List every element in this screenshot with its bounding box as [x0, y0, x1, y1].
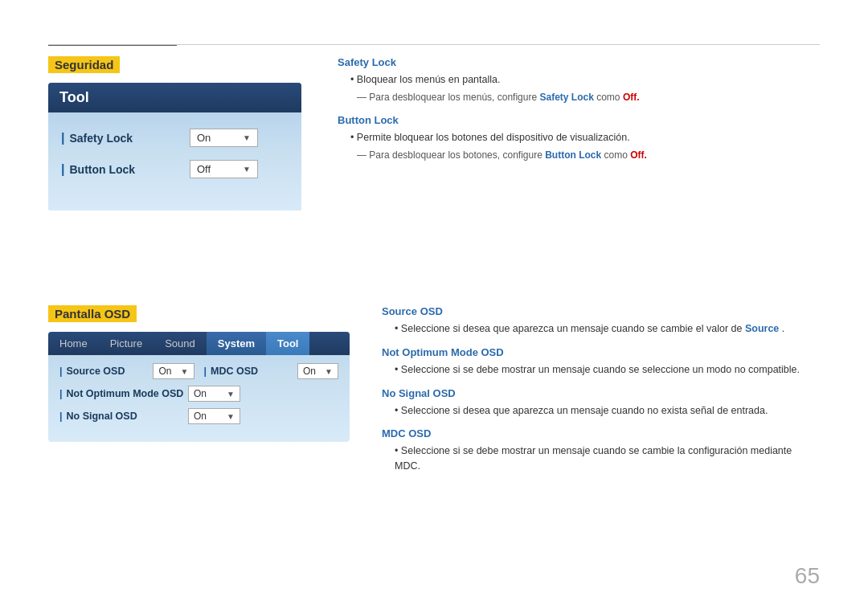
osd-tabs: Home Picture Sound System Tool [48, 332, 350, 355]
tab-home[interactable]: Home [48, 332, 99, 355]
tool-box-body: Safety Lock On ▼ Button Lock Off [48, 112, 301, 210]
source-osd-bullet: Seleccione si desea que aparezca un mens… [382, 321, 820, 337]
pantalla-osd-header: Pantalla OSD [48, 305, 137, 322]
button-lock-sub: Para desbloquear los botones, configure … [338, 148, 820, 162]
no-signal-label: No Signal OSD [59, 411, 188, 422]
safety-lock-select[interactable]: On ▼ [190, 129, 258, 147]
button-lock-select[interactable]: Off ▼ [190, 160, 258, 178]
safety-lock-label: Safety Lock [61, 131, 190, 145]
source-osd-row: Source OSD On ▼ MDC OSD On ▼ [59, 363, 338, 379]
chevron-down-icon: ▼ [227, 390, 235, 398]
source-osd-select[interactable]: On ▼ [153, 363, 194, 379]
left-panel: Seguridad Tool Safety Lock On ▼ [48, 56, 305, 210]
safety-lock-row: Safety Lock On ▼ [61, 129, 289, 147]
no-signal-row: No Signal OSD On ▼ [59, 408, 338, 424]
not-optimum-select[interactable]: On ▼ [188, 386, 240, 402]
mdc-osd-select[interactable]: On ▼ [297, 363, 338, 379]
bottom-section: Pantalla OSD Home Picture Sound System T… [48, 305, 820, 476]
source-link: Source [745, 323, 779, 334]
tab-sound[interactable]: Sound [154, 332, 207, 355]
mdc-osd-label: MDC OSD [204, 366, 297, 377]
safety-lock-bullet: Bloquear los menús en pantalla. [338, 72, 820, 88]
chevron-down-icon: ▼ [243, 165, 251, 174]
not-optimum-label: Not Optimum Mode OSD [59, 388, 188, 399]
tab-tool[interactable]: Tool [266, 332, 309, 355]
bottom-left-panel: Pantalla OSD Home Picture Sound System T… [48, 305, 350, 476]
top-rule [48, 44, 820, 45]
chevron-down-icon: ▼ [243, 133, 251, 142]
chevron-down-icon: ▼ [325, 367, 333, 376]
osd-body: Source OSD On ▼ MDC OSD On ▼ [48, 355, 350, 442]
safety-lock-title: Safety Lock [338, 56, 820, 68]
tool-box-title: Tool [48, 83, 301, 112]
not-optimum-bullet: Seleccione si se debe mostrar un mensaje… [382, 362, 820, 378]
button-lock-title: Button Lock [338, 114, 820, 126]
chevron-down-icon: ▼ [227, 412, 235, 421]
button-lock-off: Off. [630, 149, 647, 161]
mdc-osd-title: MDC OSD [382, 427, 820, 439]
top-section: Seguridad Tool Safety Lock On ▼ [48, 56, 820, 210]
safety-lock-sub: Para desbloquear los menús, configure Sa… [338, 90, 820, 104]
not-optimum-row: Not Optimum Mode OSD On ▼ [59, 386, 338, 402]
seguridad-header: Seguridad [48, 56, 120, 73]
not-optimum-title: Not Optimum Mode OSD [382, 346, 820, 358]
tab-picture[interactable]: Picture [99, 332, 154, 355]
source-osd-title: Source OSD [382, 305, 820, 317]
button-lock-link: Button Lock [545, 149, 601, 161]
source-osd-label: Source OSD [59, 366, 153, 377]
safety-lock-link: Safety Lock [539, 92, 593, 103]
page-number: 65 [795, 563, 820, 589]
osd-box: Home Picture Sound System Tool Source OS… [48, 332, 350, 442]
button-lock-label: Button Lock [61, 162, 190, 177]
page-container: Seguridad Tool Safety Lock On ▼ [0, 0, 868, 613]
bottom-right-panel: Source OSD Seleccione si desea que apare… [382, 305, 820, 476]
button-lock-row: Button Lock Off ▼ [61, 160, 289, 178]
tool-box: Tool Safety Lock On ▼ Button Lock [48, 83, 301, 210]
top-info-panel: Safety Lock Bloquear los menús en pantal… [338, 56, 820, 210]
chevron-down-icon: ▼ [181, 367, 189, 376]
no-signal-bullet: Seleccione si desea que aparezca un mens… [382, 403, 820, 419]
no-signal-select[interactable]: On ▼ [188, 408, 240, 424]
button-lock-bullet: Permite bloquear los botones del disposi… [338, 130, 820, 145]
safety-lock-off: Off. [623, 92, 640, 103]
tab-system[interactable]: System [207, 332, 266, 355]
mdc-osd-bullet: Seleccione si se debe mostrar un mensaje… [382, 443, 820, 474]
no-signal-title: No Signal OSD [382, 387, 820, 399]
